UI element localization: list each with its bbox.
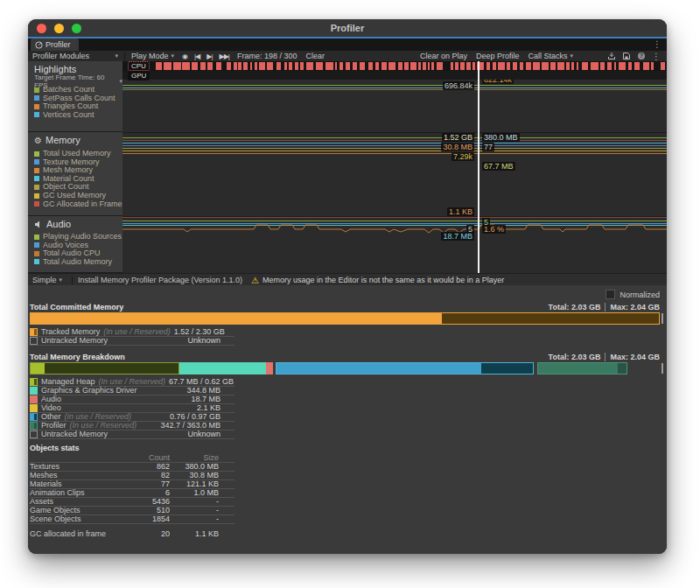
record-button[interactable]: ◉ bbox=[178, 52, 191, 60]
legend-item[interactable]: Mesh Memory bbox=[34, 166, 93, 174]
legend-swatch bbox=[34, 193, 39, 199]
frame-counter: Frame: 198 / 300 bbox=[233, 51, 302, 61]
tab-label: Profiler bbox=[46, 40, 71, 49]
toolbar-separator bbox=[72, 276, 73, 284]
series-line bbox=[122, 89, 667, 90]
memory-breakdown-title: Total Memory Breakdown bbox=[30, 353, 125, 361]
warning-icon: ⚠ bbox=[251, 276, 259, 285]
tab-profiler[interactable]: Profiler bbox=[31, 38, 79, 51]
speaker-icon bbox=[34, 220, 43, 228]
highlights-chart[interactable]: 822.14k 696.84k bbox=[122, 79, 667, 132]
legend-swatch bbox=[30, 404, 38, 412]
chart-value-label: 822.14k bbox=[482, 79, 514, 84]
toolbar-separator bbox=[124, 52, 125, 60]
tab-menu-icon[interactable]: ⋮ bbox=[653, 39, 662, 49]
legend-row-untracked-memory[interactable]: Untracked Memory Unknown bbox=[30, 336, 234, 346]
committed-bar[interactable] bbox=[30, 312, 660, 325]
play-mode-dropdown[interactable]: Play Mode ▾ bbox=[127, 51, 178, 61]
legend-swatch bbox=[30, 413, 38, 421]
normalized-checkbox[interactable] bbox=[606, 290, 615, 299]
series-line bbox=[122, 143, 667, 144]
series-line bbox=[122, 153, 667, 154]
audio-cpu-path bbox=[122, 225, 667, 233]
gpu-track-label[interactable]: GPU bbox=[128, 71, 150, 80]
legend-swatch bbox=[34, 159, 39, 164]
legend-row-untracked[interactable]: Untracked Memory Unknown bbox=[30, 430, 234, 439]
selected-frame-line[interactable] bbox=[478, 61, 480, 273]
legend-item[interactable]: GC Allocated in Frame bbox=[34, 200, 122, 208]
context-menu-icon[interactable]: ⋮ bbox=[652, 52, 661, 61]
chart-value-label: 1.6 % bbox=[482, 225, 506, 234]
series-line bbox=[122, 140, 667, 141]
legend-item[interactable]: Batches Count bbox=[34, 86, 94, 94]
table-row-gc-allocated[interactable]: GC allocated in frame201.1 KB bbox=[30, 529, 234, 538]
module-highlights[interactable]: Highlights Target Frame Time: 60 FPS ▾ B… bbox=[28, 61, 122, 131]
legend-swatch bbox=[30, 378, 38, 386]
legend-swatch bbox=[30, 387, 38, 395]
call-stacks-dropdown[interactable]: Call Stacks ▾ bbox=[523, 51, 578, 61]
cpu-usage-track[interactable]: CPU bbox=[122, 61, 667, 71]
module-audio[interactable]: Audio Playing Audio Sources Audio Voices… bbox=[28, 216, 122, 272]
prev-frame-button[interactable]: |◀ bbox=[191, 52, 203, 60]
totals-divider bbox=[605, 303, 606, 312]
window-title: Profiler bbox=[28, 23, 667, 33]
load-profile-icon[interactable] bbox=[607, 52, 616, 60]
svg-text:?: ? bbox=[640, 52, 643, 59]
chart-area[interactable]: CPU GPU 822.14k 696.84k 1 bbox=[122, 61, 667, 273]
legend-item[interactable]: Total Used Memory bbox=[34, 150, 111, 158]
series-line bbox=[122, 150, 667, 151]
chevron-down-icon: ▾ bbox=[60, 276, 63, 284]
legend-item[interactable]: Vertices Count bbox=[34, 111, 94, 119]
chart-region: Highlights Target Frame Time: 60 FPS ▾ B… bbox=[28, 61, 667, 273]
series-line bbox=[122, 85, 667, 86]
module-memory[interactable]: ⚙ Memory Total Used Memory Texture Memor… bbox=[28, 132, 122, 215]
legend-swatch bbox=[30, 328, 38, 336]
legend-item[interactable]: Triangles Count bbox=[34, 102, 98, 110]
breakdown-bar[interactable] bbox=[30, 362, 660, 374]
committed-memory-title: Total Committed Memory bbox=[30, 303, 123, 312]
chevron-down-icon: ▾ bbox=[570, 52, 573, 60]
next-frame-button[interactable]: ▶| bbox=[203, 52, 215, 60]
deep-profile-toggle[interactable]: Deep Profile bbox=[472, 51, 524, 61]
clear-on-play-toggle[interactable]: Clear on Play bbox=[416, 51, 472, 61]
legend-item[interactable]: Playing Audio Sources bbox=[34, 233, 122, 241]
current-frame-button[interactable]: ▶▶| bbox=[216, 52, 233, 60]
gpu-usage-track[interactable]: GPU bbox=[122, 71, 667, 79]
titlebar[interactable]: Profiler bbox=[28, 19, 667, 37]
legend-swatch bbox=[34, 112, 39, 117]
save-profile-icon[interactable] bbox=[622, 52, 631, 60]
help-icon[interactable]: ? bbox=[637, 52, 646, 60]
committed-bar-max-tick bbox=[662, 313, 663, 324]
cpu-track-label[interactable]: CPU bbox=[128, 61, 150, 71]
install-memory-profiler-button[interactable]: Install Memory Profiler Package (Version… bbox=[78, 276, 242, 284]
cpu-usage-bars[interactable] bbox=[156, 62, 665, 70]
legend-item[interactable]: Total Audio CPU bbox=[34, 249, 101, 257]
legend-swatch bbox=[34, 151, 39, 157]
chart-value-label: 380.0 MB bbox=[482, 133, 520, 142]
editor-memory-warning-text: Memory usage in the Editor is not the sa… bbox=[262, 276, 504, 284]
clear-button[interactable]: Clear bbox=[301, 51, 329, 61]
legend-swatch bbox=[34, 242, 39, 248]
legend-swatch bbox=[34, 168, 39, 173]
memory-chart[interactable]: 1.52 GB 380.0 MB 30.8 MB 77 7.29k 67.7 M… bbox=[122, 132, 667, 216]
legend-item[interactable]: Total Audio Memory bbox=[34, 258, 112, 266]
module-audio-title: Audio bbox=[46, 219, 71, 229]
table-row-scene-objects[interactable]: Scene Objects1854- bbox=[30, 514, 234, 524]
memory-details-pane: Normalized Total Committed Memory Total:… bbox=[28, 285, 667, 554]
profiler-window: Profiler Profiler ⋮ Profiler Modules ▾ P… bbox=[28, 19, 667, 554]
chart-value-label: 7.29k bbox=[452, 152, 474, 161]
legend-item[interactable]: GC Used Memory bbox=[34, 192, 106, 200]
view-mode-dropdown[interactable]: Simple ▾ bbox=[28, 275, 66, 285]
audio-chart[interactable]: 5 5 1.6 % 18.7 MB bbox=[122, 216, 667, 273]
memory-module-toolbar: Simple ▾ Install Memory Profiler Package… bbox=[28, 273, 667, 286]
chart-value-label: 67.7 MB bbox=[482, 162, 515, 171]
legend-swatch bbox=[34, 176, 39, 181]
series-line bbox=[122, 145, 667, 146]
chart-value-label: 1.1 KB bbox=[447, 207, 474, 216]
breakdown-bar-max-tick bbox=[662, 363, 663, 374]
chevron-down-icon: ▾ bbox=[115, 52, 118, 60]
chart-value-label: 30.8 MB bbox=[441, 143, 474, 151]
profiler-modules-dropdown[interactable]: Profiler Modules ▾ bbox=[28, 51, 122, 61]
committed-memory-totals: Total: 2.03 GB Max: 2.04 GB bbox=[549, 303, 660, 312]
normalized-toggle[interactable]: Normalized bbox=[606, 290, 660, 299]
